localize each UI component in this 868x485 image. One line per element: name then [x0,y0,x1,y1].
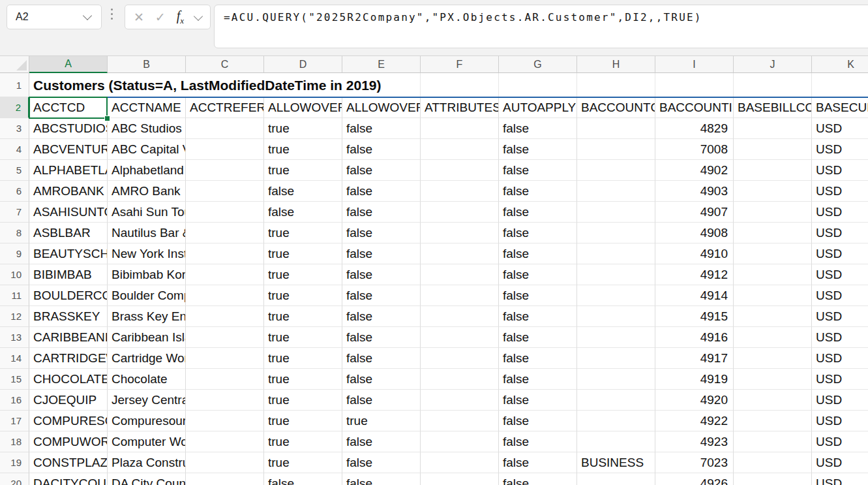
cell-A4[interactable]: ABCVENTURES [29,139,108,160]
cell-K19[interactable]: USD [812,452,868,473]
cell-I3[interactable]: 4829 [655,118,734,139]
cell-C15[interactable] [186,369,264,390]
cell-I13[interactable]: 4916 [655,327,734,348]
cell-K18[interactable]: USD [812,431,868,452]
cell-C7[interactable] [186,202,264,223]
cell-E6[interactable]: false [342,181,421,202]
cell-I8[interactable]: 4908 [655,223,734,243]
cell-G12[interactable]: false [499,306,577,327]
cell-H2[interactable]: BACCOUNTCLASSID [577,97,655,118]
cell-A17[interactable]: COMPURESOURCES [29,411,108,431]
cell-B11[interactable]: Boulder Company [108,285,186,306]
cell-A12[interactable]: BRASSKEY [29,306,108,327]
cell-H19[interactable]: BUSINESS [577,452,655,473]
cell-E16[interactable]: false [342,390,421,411]
row-header-18[interactable]: 18 [0,431,29,452]
cell-D9[interactable]: true [264,243,342,264]
cell-I11[interactable]: 4914 [655,285,734,306]
cell-I14[interactable]: 4917 [655,348,734,369]
cell-K6[interactable]: USD [812,181,868,202]
cell-B8[interactable]: Nautilus Bar & Grill [108,223,186,243]
cell-C20[interactable] [186,473,264,485]
cell-C14[interactable] [186,348,264,369]
cell-C17[interactable] [186,411,264,431]
cell-F3[interactable] [421,118,499,139]
cell-D14[interactable]: true [264,348,342,369]
cell-B16[interactable]: Jersey Central Equipment [108,390,186,411]
cell-A14[interactable]: CARTRIDGEWORLD [29,348,108,369]
cell-B7[interactable]: Asahi Sun Tours [108,202,186,223]
cell-G5[interactable]: false [499,160,577,181]
cell-E15[interactable]: false [342,369,421,390]
cell-C3[interactable] [186,118,264,139]
cell-F15[interactable] [421,369,499,390]
cell-J19[interactable] [734,452,812,473]
cell-C12[interactable] [186,306,264,327]
cell-G1[interactable] [499,73,577,97]
cell-D3[interactable]: true [264,118,342,139]
cell-C2[interactable]: ACCTREFERENCENBR [186,97,264,118]
cell-D20[interactable]: false [264,473,342,485]
cell-B14[interactable]: Cartridge World [108,348,186,369]
cell-K10[interactable]: USD [812,264,868,285]
cell-K4[interactable]: USD [812,139,868,160]
cell-A8[interactable]: ASBLBAR [29,223,108,243]
cell-K15[interactable]: USD [812,369,868,390]
cell-E5[interactable]: false [342,160,421,181]
cell-E12[interactable]: false [342,306,421,327]
cell-J1[interactable] [734,73,812,97]
cell-A3[interactable]: ABCSTUDIOS [29,118,108,139]
formula-bar[interactable]: =ACU.QUERY("2025R2Company","PX.Objects.A… [214,5,868,48]
cell-C8[interactable] [186,223,264,243]
cell-E17[interactable]: true [342,411,421,431]
cell-H18[interactable] [577,431,655,452]
row-header-4[interactable]: 4 [0,139,29,160]
cell-F16[interactable] [421,390,499,411]
row-header-5[interactable]: 5 [0,160,29,181]
cell-A16[interactable]: CJOEQUIP [29,390,108,411]
cell-E2[interactable]: ALLOWOVERRIDERATE [342,97,421,118]
cell-I16[interactable]: 4920 [655,390,734,411]
cell-E8[interactable]: false [342,223,421,243]
column-header-H[interactable]: H [577,55,655,73]
cell-K16[interactable]: USD [812,390,868,411]
cell-C4[interactable] [186,139,264,160]
cell-J14[interactable] [734,348,812,369]
cell-B15[interactable]: Chocolate [108,369,186,390]
cell-F5[interactable] [421,160,499,181]
cell-J13[interactable] [734,327,812,348]
cell-G7[interactable]: false [499,202,577,223]
cell-K12[interactable]: USD [812,306,868,327]
cell-G6[interactable]: false [499,181,577,202]
row-header-20[interactable]: 20 [0,473,29,485]
cell-G8[interactable]: false [499,223,577,243]
cell-K5[interactable]: USD [812,160,868,181]
cell-F10[interactable] [421,264,499,285]
cell-G14[interactable]: false [499,348,577,369]
cell-J15[interactable] [734,369,812,390]
cell-H10[interactable] [577,264,655,285]
cell-D4[interactable]: true [264,139,342,160]
cell-C5[interactable] [186,160,264,181]
cell-D18[interactable]: true [264,431,342,452]
cell-E10[interactable]: false [342,264,421,285]
cell-K14[interactable]: USD [812,348,868,369]
cell-F17[interactable] [421,411,499,431]
cell-I15[interactable]: 4919 [655,369,734,390]
cell-D16[interactable]: true [264,390,342,411]
cell-G19[interactable]: false [499,452,577,473]
cell-I6[interactable]: 4903 [655,181,734,202]
cell-K17[interactable]: USD [812,411,868,431]
row-header-11[interactable]: 11 [0,285,29,306]
cell-I9[interactable]: 4910 [655,243,734,264]
enter-icon[interactable]: ✓ [155,11,166,23]
cell-G10[interactable]: false [499,264,577,285]
cell-F1[interactable] [421,73,499,97]
cell-B2[interactable]: ACCTNAME [108,97,186,118]
cell-G9[interactable]: false [499,243,577,264]
cell-F11[interactable] [421,285,499,306]
cell-E11[interactable]: false [342,285,421,306]
column-header-A[interactable]: A [29,55,108,73]
cell-J16[interactable] [734,390,812,411]
cell-A20[interactable]: DACITYCOUNCIL [29,473,108,485]
